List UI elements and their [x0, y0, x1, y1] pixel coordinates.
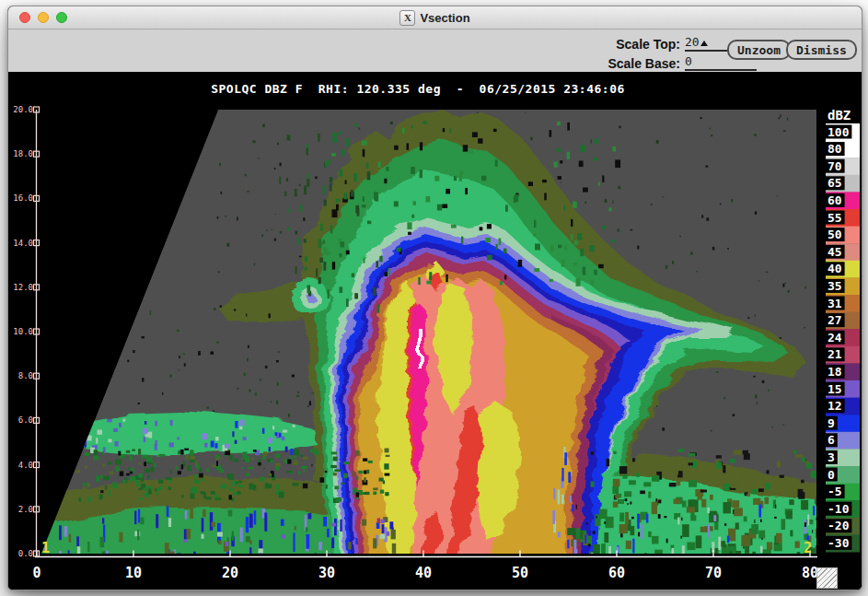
- resize-grip[interactable]: [816, 567, 838, 589]
- vsection-window: X Vsection Scale Top: 20 Scale Base: 0 U…: [7, 6, 862, 590]
- scale-base-label: Scale Base:: [568, 56, 685, 71]
- colorscale-label: 3: [827, 450, 835, 464]
- x-tick-label: 0: [32, 565, 41, 581]
- x-tick-label: 20: [222, 565, 238, 581]
- colorscale-label: 45: [827, 245, 842, 259]
- colorscale-label: 27: [827, 313, 842, 327]
- rhi-cross-section-plot[interactable]: 0102030405060708020.018.016.014.012.010.…: [8, 72, 860, 590]
- colorscale-label: -30: [827, 536, 850, 550]
- colorscale-label: 80: [827, 142, 842, 156]
- scale-top-value: 20: [685, 35, 700, 49]
- colorscale-label: 0: [827, 468, 835, 482]
- dismiss-button[interactable]: Dismiss: [786, 40, 857, 60]
- colorscale-label: -10: [827, 502, 850, 516]
- close-button[interactable]: [19, 12, 30, 23]
- title-group: X Vsection: [399, 10, 469, 26]
- y-tick-label: 0.0: [18, 549, 33, 558]
- y-tick-label: 4.0: [18, 461, 33, 470]
- colorscale-label: -5: [827, 485, 842, 498]
- colorscale-label: 24: [827, 331, 842, 345]
- y-tick-label: 20.0: [13, 105, 33, 114]
- colorscale-label: 100: [827, 125, 850, 139]
- titlebar[interactable]: X Vsection: [8, 6, 862, 29]
- colorscale-label: 15: [827, 382, 842, 396]
- x11-app-icon: X: [399, 10, 415, 26]
- desktop: X Vsection Scale Top: 20 Scale Base: 0 U…: [0, 0, 868, 596]
- unzoom-button[interactable]: Unzoom: [727, 40, 791, 60]
- window-title: Vsection: [420, 11, 469, 25]
- x-tick-label: 70: [705, 565, 722, 581]
- colorscale-label: 35: [827, 279, 842, 293]
- y-tick-label: 2.0: [18, 505, 33, 514]
- plot-area: SPOLQC DBZ F RHI: 120.335 deg - 06/25/20…: [8, 72, 862, 590]
- colorscale-title: dBZ: [827, 108, 851, 123]
- y-tick-label: 18.0: [13, 149, 33, 158]
- dbz-colorscale: dBZ1008070656055504540353127242118151296…: [826, 108, 860, 553]
- y-tick-label: 16.0: [13, 193, 33, 203]
- scale-top-label: Scale Top:: [568, 37, 685, 52]
- x-tick-label: 10: [125, 565, 142, 581]
- plot-title: SPOLQC DBZ F RHI: 120.335 deg - 06/25/20…: [8, 82, 827, 96]
- marker-1: 1: [41, 540, 50, 556]
- x-tick-label: 50: [512, 565, 528, 581]
- colorscale-label: 40: [827, 262, 842, 275]
- colorscale-label: 6: [827, 433, 835, 447]
- fullscreen-button[interactable]: [56, 12, 67, 23]
- x-tick-label: 40: [415, 565, 432, 581]
- y-tick-label: 10.0: [13, 327, 33, 336]
- y-tick-label: 14.0: [13, 239, 33, 248]
- colorscale-label: 65: [827, 176, 842, 190]
- x-tick-label: 30: [318, 565, 335, 581]
- colorscale-label: 50: [827, 228, 842, 241]
- toolbar: Scale Top: 20 Scale Base: 0 Unzoom Dismi…: [8, 29, 862, 72]
- y-tick-label: 6.0: [18, 415, 33, 425]
- colorscale-label: 12: [827, 399, 842, 413]
- scale-base-value: 0: [685, 54, 692, 68]
- text-cursor-caret: [700, 41, 708, 46]
- x-tick-label: 60: [608, 565, 625, 581]
- colorscale-label: 31: [827, 297, 842, 310]
- y-tick-label: 12.0: [13, 283, 33, 292]
- colorscale-label: -20: [827, 519, 850, 532]
- minimize-button[interactable]: [38, 12, 49, 23]
- y-tick-label: 8.0: [18, 371, 33, 380]
- colorscale-label: 60: [827, 193, 842, 207]
- colorscale-label: 70: [827, 159, 842, 173]
- traffic-lights: [19, 6, 67, 29]
- colorscale-label: 55: [827, 211, 842, 225]
- colorscale-label: 18: [827, 365, 842, 379]
- marker-2: 2: [804, 540, 812, 556]
- colorscale-label: 21: [827, 347, 842, 361]
- colorscale-label: 9: [827, 416, 835, 430]
